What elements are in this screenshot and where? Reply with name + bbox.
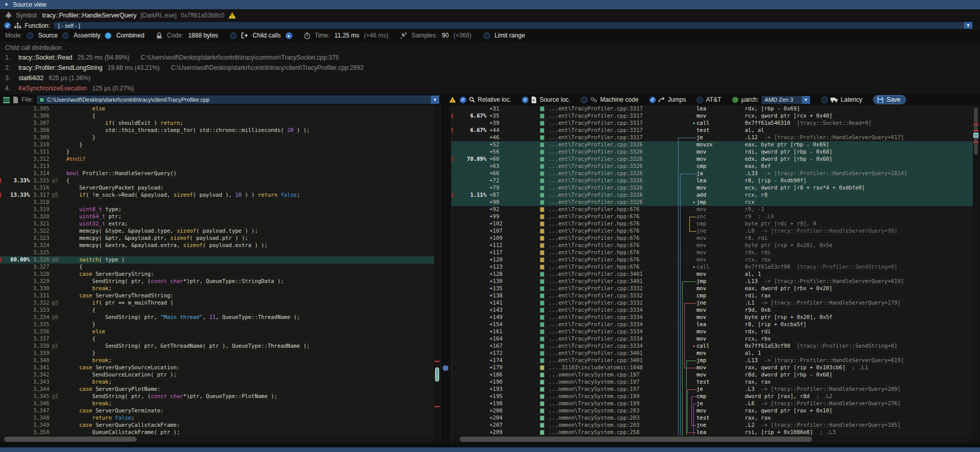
assembly-row[interactable]: +141...ent\TracyProfiler.cpp:3332jne.L1 … [451, 299, 973, 307]
assembly-row[interactable]: +79...ent\TracyProfiler.cpp:3326movecx, … [451, 184, 973, 192]
assembly-row[interactable]: +164...ent\TracyProfiler.cpp:3334movrcx,… [451, 335, 973, 343]
source-line[interactable]: 3,312#endif [0, 156, 434, 163]
radio-source[interactable] [27, 32, 33, 39]
assembly-hscrollbar-thumb[interactable] [460, 437, 812, 442]
source-line[interactable]: 3,349 case ServerQueryCallstackFrame: [0, 422, 434, 429]
child-call-item[interactable]: 3.stat64i32625 µs (1.36%) [5, 73, 980, 83]
source-line[interactable]: 3,345@1 SendString( ptr, (const char*)pt… [0, 393, 434, 400]
assembly-row[interactable]: 6.67%+35...ent\TracyProfiler.cpp:3317mov… [451, 112, 973, 120]
source-line[interactable]: 3,328 case ServerQueryString: [0, 271, 434, 278]
assembly-row[interactable]: +66...ent\TracyProfiler.cpp:3326ja.L33 -… [451, 170, 973, 177]
source-line[interactable]: 3,324 memcpy( &extra, &payload.extra, si… [0, 242, 434, 249]
source-line[interactable]: 3.33%3,315@7{ [0, 177, 434, 184]
assembly-row[interactable]: +123...ent\TracyProfiler.hpp:676call0x7f… [451, 263, 973, 271]
file-select[interactable]: C:\Users\wolf\Desktop\darkrl\contrib\tra… [36, 95, 440, 104]
source-line[interactable]: 3,316 ServerQueryPacket payload; [0, 184, 434, 192]
assembly-row[interactable]: +149...ent\TracyProfiler.cpp:3334movbyte… [451, 314, 973, 321]
file-dropdown-icon[interactable]: ▼ [431, 96, 439, 104]
source-hscrollbar-thumb[interactable] [4, 437, 137, 442]
source-line[interactable]: 3,331 case ServerQueryThreadString: [0, 292, 434, 299]
assembly-row[interactable]: +102...ent\TracyProfiler.hpp:676cmpbyte … [451, 220, 973, 228]
source-line[interactable]: 3,341 case ServerQuerySourceLocation: [0, 364, 434, 371]
window-titlebar[interactable]: ▼ Source view [0, 0, 980, 9]
assembly-row[interactable]: +72...ent\TracyProfiler.cpp:3326lear8, [… [451, 177, 973, 184]
source-line[interactable]: 3,348 return false; [0, 415, 434, 422]
function-dropdown-icon[interactable]: ▼ [964, 22, 972, 29]
source-line[interactable]: 3,314bool Profiler::HandleServerQuery() [0, 170, 434, 177]
assembly-row[interactable]: +209...ommon\TracySystem.cpp:258learsi, … [451, 429, 973, 436]
radio-assembly[interactable] [62, 32, 69, 39]
source-line[interactable]: 3,338@1 SendString( ptr, GetThreadName( … [0, 343, 434, 350]
source-line[interactable]: 3,325 [0, 249, 434, 256]
source-code-pane[interactable]: 3,305 else3,306 {3,307 if( shouldExit ) … [0, 105, 434, 443]
assembly-row[interactable]: +63...ent\TracyProfiler.cpp:3326cmpeax, … [451, 163, 973, 170]
assembly-row[interactable]: +167...ent\TracyProfiler.cpp:3334call0x7… [451, 343, 973, 350]
source-vscrollbar-thumb[interactable] [435, 367, 439, 382]
assembly-row[interactable]: +190...ommon\TracySystem.cpp:197testrax,… [451, 379, 973, 386]
assembly-row[interactable]: 1.11%+87...ent\TracyProfiler.cpp:3326add… [451, 192, 973, 199]
source-line[interactable]: 3,308 std::this_thread::sleep_for( std::… [0, 127, 434, 134]
assembly-row[interactable]: +207...ommon\TracySystem.cpp:203jne.L2 -… [451, 422, 973, 429]
source-line[interactable]: 3,321 uint32_t extra; [0, 220, 434, 228]
source-line[interactable]: 3,323 memcpy( &ptr, &payload.ptr, sizeof… [0, 235, 434, 242]
child-calls-checkbox[interactable] [230, 32, 237, 39]
att-toggle[interactable]: AT&T [696, 96, 721, 103]
source-line[interactable]: 80.00%3,326@9 switch( type ) [0, 256, 434, 263]
assembly-row[interactable]: +174...ent\TracyProfiler.cpp:3401jmp.L13… [451, 357, 973, 364]
limit-range-checkbox[interactable] [483, 32, 490, 39]
assembly-hscrollbar[interactable] [451, 436, 973, 443]
source-line[interactable]: 3,339 } [0, 350, 434, 357]
assembly-row[interactable]: +99...ent\TracyProfiler.hpp:676incr9 ; .… [451, 213, 973, 220]
source-line[interactable]: 3,305 else [0, 105, 434, 112]
source-line[interactable]: 3,309 } [0, 134, 434, 141]
source-line[interactable]: 3,307 if( shouldExit ) return; [0, 120, 434, 127]
assembly-row[interactable]: +198...ommon\TracySystem.cpp:199je.L6 ->… [451, 400, 973, 407]
relative-loc-toggle[interactable]: ✓ Relative loc. [460, 96, 511, 103]
machine-code-checkbox[interactable] [581, 97, 588, 103]
assembly-row[interactable]: +46...ent\TracyProfiler.cpp:3317je.L12 -… [451, 134, 973, 141]
assembly-row[interactable]: +195...ommon\TracySystem.cpp:199cmpdword… [451, 393, 973, 400]
assembly-row[interactable]: +186...ommon\TracySystem.cpp:197movr8d, … [451, 371, 973, 379]
source-line[interactable]: 3,327 { [0, 263, 434, 271]
assembly-row[interactable]: +154...ent\TracyProfiler.cpp:3334lear8, … [451, 321, 973, 328]
source-line[interactable]: 3,337 { [0, 335, 434, 343]
source-line[interactable]: 3,343 break; [0, 379, 434, 386]
pane-splitter[interactable] [440, 105, 451, 443]
assembly-row[interactable]: 6.67%+44...ent\TracyProfiler.cpp:3317tes… [451, 127, 973, 134]
assembly-row[interactable]: +128...ent\TracyProfiler.cpp:3401moval, … [451, 271, 973, 278]
assembly-row[interactable]: 78.89%+60...ent\TracyProfiler.cpp:3326mo… [451, 156, 973, 163]
assembly-pane[interactable]: +31...ent\TracyProfiler.cpp:3317leardx, … [451, 105, 973, 443]
assembly-row[interactable]: +90...ent\TracyProfiler.cpp:3326jmprcx [451, 199, 973, 206]
source-line[interactable]: 13.33%3,317@5 if( !m_sock->Read( &payloa… [0, 192, 434, 199]
assembly-row[interactable]: +39...ent\TracyProfiler.cpp:3317call0x7f… [451, 120, 973, 127]
collapse-triangle-icon[interactable]: ▼ [4, 2, 9, 7]
source-line[interactable]: 3,346 break; [0, 400, 434, 407]
child-call-item[interactable]: 4.KeSynchronizeExecution125 µs (0.27%) [5, 83, 980, 93]
source-line[interactable]: 3,310 } [0, 141, 434, 148]
function-checkbox[interactable]: ✓ [4, 22, 11, 29]
source-hscrollbar[interactable] [0, 436, 434, 443]
source-line[interactable]: 3,330 break; [0, 285, 434, 292]
assembly-row[interactable]: +172...ent\TracyProfiler.cpp:3401moval, … [451, 350, 973, 357]
assembly-row[interactable]: +31...ent\TracyProfiler.cpp:3317leardx, … [451, 105, 973, 112]
latency-checkbox[interactable] [821, 97, 828, 103]
assembly-row[interactable]: +130...ent\TracyProfiler.cpp:3401jmp.L13… [451, 278, 973, 285]
source-line[interactable]: 3,344 case ServerQueryPlotName: [0, 386, 434, 393]
assembly-row[interactable]: +138...ent\TracyProfiler.cpp:3332cmprdi,… [451, 292, 973, 299]
source-line[interactable]: 3,350 QueueCallstackFrame( ptr ); [0, 429, 434, 436]
assembly-row[interactable]: +204...ommon\TracySystem.cpp:203testrax,… [451, 415, 973, 422]
assembly-row[interactable]: +193...ommon\TracySystem.cpp:197je.L3 ->… [451, 386, 973, 393]
jumps-toggle[interactable]: ✓ Jumps [649, 96, 686, 103]
source-line[interactable]: 3,311} [0, 148, 434, 156]
assembly-row[interactable]: +109...ent\TracyProfiler.hpp:676movr8, r… [451, 235, 973, 242]
assembly-row[interactable]: +179....31103\include\atomic:1048movrax,… [451, 364, 973, 371]
source-line[interactable]: 3,332@3 if( ptr == m_mainThread ) [0, 299, 434, 307]
assembly-row[interactable]: +117...ent\TracyProfiler.hpp:676movrdx, … [451, 249, 973, 256]
source-line[interactable]: 3,336 else [0, 328, 434, 335]
assembly-row[interactable]: +120...ent\TracyProfiler.hpp:676movrcx, … [451, 256, 973, 263]
child-calls-sort-button[interactable]: ▲ [286, 32, 292, 39]
pane-splitter-grip[interactable] [443, 365, 448, 371]
relative-loc-checkbox[interactable]: ✓ [460, 97, 466, 103]
source-line[interactable]: 3,313 [0, 163, 434, 170]
att-checkbox[interactable] [696, 97, 703, 103]
